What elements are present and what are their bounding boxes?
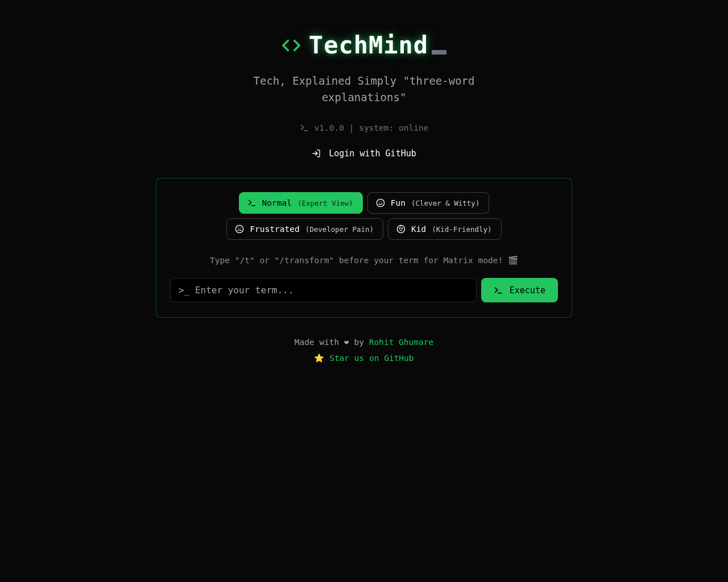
mode-button-frustrated[interactable]: Frustrated(Developer Pain) <box>226 218 383 240</box>
terminal-icon <box>247 198 257 207</box>
tagline: Tech, Explained Simply "three-word expla… <box>245 73 483 105</box>
svg-point-11 <box>402 228 402 228</box>
mode-label: Normal <box>262 198 292 207</box>
mode-button-kid[interactable]: Kid(Kid-Friendly) <box>388 218 502 240</box>
mode-sublabel: (Clever & Witty) <box>411 199 479 207</box>
mode-label: Kid <box>411 225 426 234</box>
login-label: Login with GitHub <box>329 148 416 159</box>
footer: Made with ❤ by Rohit Ghumare ⭐ Star us o… <box>295 335 433 366</box>
terminal-icon <box>494 286 503 295</box>
app-title: TechMind <box>309 31 446 59</box>
system-status-text: v1.0.0 | system: online <box>315 123 429 132</box>
mode-sublabel: (Expert View) <box>297 199 353 207</box>
svg-point-3 <box>377 199 384 206</box>
mode-label: Fun <box>391 198 406 207</box>
terminal-icon <box>300 123 309 132</box>
execute-button[interactable]: Execute <box>481 278 558 302</box>
mode-label: Frustrated <box>250 225 299 234</box>
cursor-indicator <box>432 50 446 55</box>
smile-icon <box>376 198 385 207</box>
svg-point-6 <box>236 225 243 232</box>
term-input[interactable] <box>170 278 477 302</box>
star-github-link[interactable]: ⭐ Star us on GitHub <box>295 351 433 367</box>
mode-sublabel: (Developer Pain) <box>305 225 374 234</box>
panel: Normal(Expert View)Fun(Clever & Witty)Fr… <box>156 178 572 318</box>
baby-icon <box>396 225 406 234</box>
footer-prefix: Made with ❤ by <box>295 338 369 347</box>
brand-row: TechMind <box>282 31 446 59</box>
frown-icon <box>235 225 244 234</box>
code-icon <box>282 36 301 55</box>
svg-point-10 <box>399 228 400 228</box>
author-link[interactable]: Rohit Ghumare <box>369 338 434 347</box>
login-github-button[interactable]: Login with GitHub <box>312 148 416 159</box>
system-status: v1.0.0 | system: online <box>300 123 429 132</box>
execute-label: Execute <box>510 285 545 296</box>
mode-button-normal[interactable]: Normal(Expert View) <box>239 192 363 214</box>
login-icon <box>312 149 321 158</box>
mode-button-fun[interactable]: Fun(Clever & Witty) <box>367 192 490 214</box>
hint-text: Type "/t" or "/transform" before your te… <box>170 256 558 265</box>
mode-sublabel: (Kid-Friendly) <box>432 225 491 234</box>
app-title-text: TechMind <box>309 31 428 59</box>
